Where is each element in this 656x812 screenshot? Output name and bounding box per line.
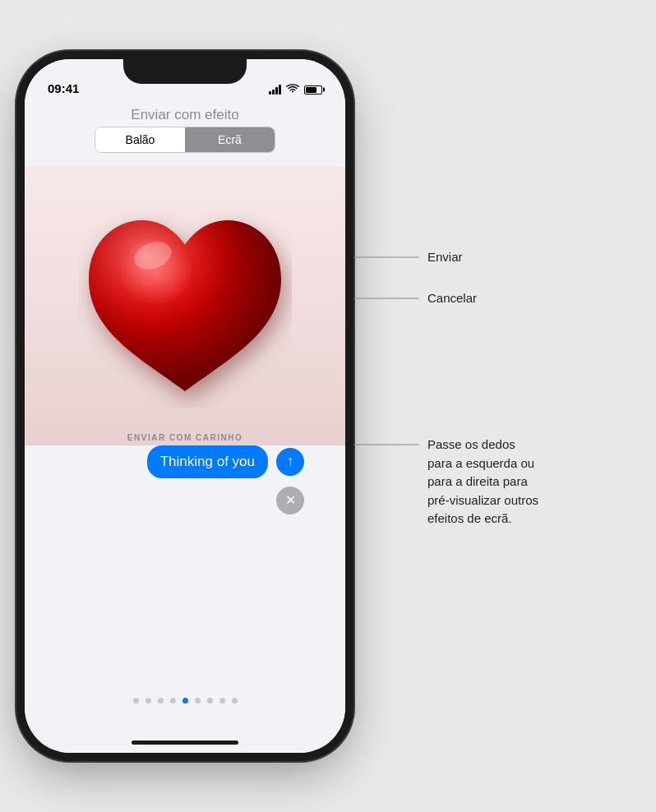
segment-screen[interactable]: Ecrã	[185, 127, 275, 152]
cancel-annotation: Cancelar	[353, 289, 477, 307]
cancel-annotation-line	[353, 298, 419, 299]
effect-label: ENVIAR COM CARINHO	[25, 433, 345, 442]
send-arrow-icon: ↑	[287, 454, 293, 468]
send-annotation: Enviar	[353, 248, 463, 265]
swipe-annotation-line	[353, 444, 419, 445]
cancel-annotation-text: Cancelar	[427, 289, 477, 307]
wifi-icon	[286, 84, 299, 95]
notch	[123, 59, 247, 84]
cancel-x-icon: ✕	[285, 494, 296, 507]
cancel-row: ✕	[276, 487, 304, 514]
dot-1	[146, 698, 151, 704]
dot-8	[232, 698, 238, 704]
send-annotation-text: Enviar	[427, 248, 463, 265]
dot-5	[195, 698, 201, 704]
segment-balloon[interactable]: Balão	[95, 127, 185, 152]
message-row: Thinking of you ↑	[25, 445, 345, 478]
phone-screen: 09:41	[25, 59, 345, 753]
swipe-annotation-text: Passe os dedospara a esquerda oupara a d…	[427, 436, 538, 528]
dot-6	[207, 698, 213, 704]
heart-preview-area	[25, 166, 345, 445]
page-title: Enviar com efeito	[131, 107, 238, 122]
battery-icon	[304, 85, 322, 95]
title-area: Enviar com efeito	[25, 107, 345, 123]
segment-control[interactable]: Balão Ecrã	[95, 127, 275, 153]
message-bubble: Thinking of you	[147, 445, 268, 478]
home-indicator	[132, 740, 238, 745]
dot-0	[133, 698, 139, 704]
status-icons	[269, 84, 322, 95]
heart-illustration	[78, 199, 292, 413]
status-time: 09:41	[48, 81, 79, 95]
annotations: Enviar Cancelar Passe os dedospara a esq…	[353, 0, 649, 812]
dot-2	[158, 698, 164, 704]
send-button[interactable]: ↑	[276, 448, 304, 476]
signal-icon	[269, 85, 281, 95]
cancel-button[interactable]: ✕	[276, 487, 304, 514]
dot-3	[170, 698, 176, 704]
dot-7	[219, 698, 225, 704]
dot-4	[182, 698, 188, 704]
send-annotation-line	[353, 256, 419, 258]
swipe-annotation: Passe os dedospara a esquerda oupara a d…	[353, 436, 538, 528]
phone-shell: 09:41	[25, 59, 345, 753]
pagination-dots	[25, 698, 345, 704]
scene: 09:41	[0, 0, 656, 812]
